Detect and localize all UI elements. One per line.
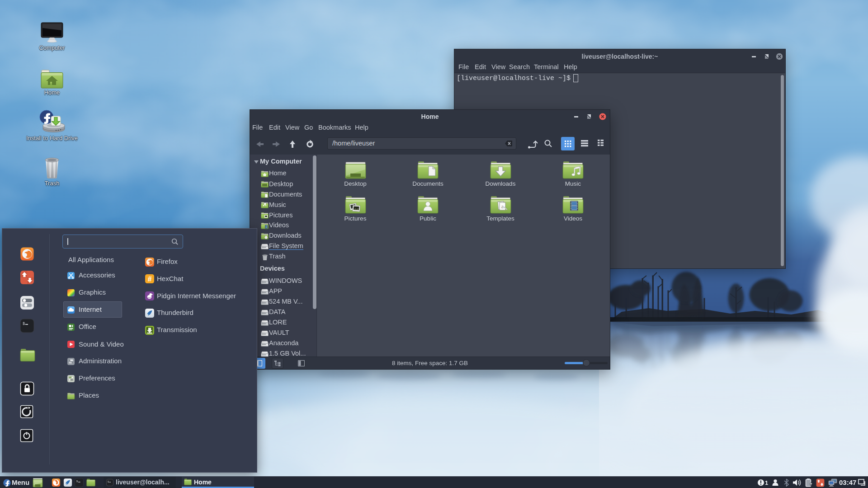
svg-text:$: $	[76, 480, 78, 483]
svg-text:$: $	[23, 322, 25, 326]
svg-text:$: $	[108, 481, 109, 483]
svg-text:#: #	[148, 275, 152, 283]
svg-text:1: 1	[765, 479, 768, 486]
svg-text:a: a	[501, 203, 504, 210]
